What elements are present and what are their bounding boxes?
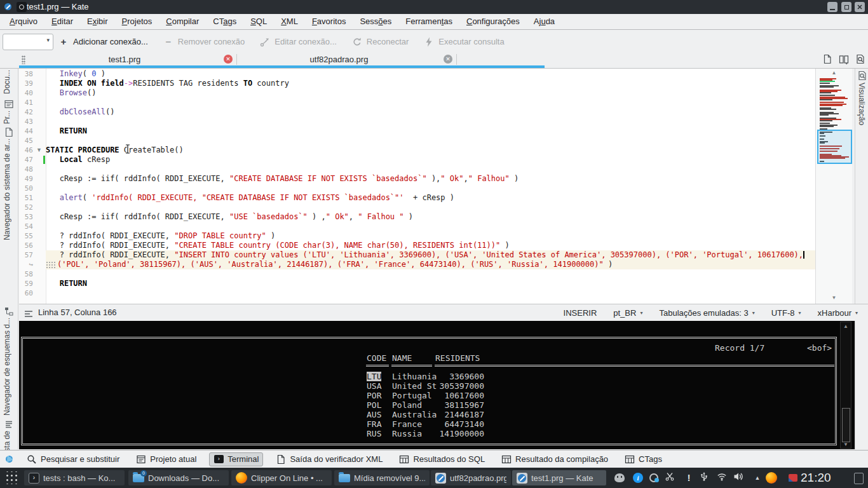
- toolview-button-projeto-atual[interactable]: Projeto atual: [132, 453, 200, 466]
- toolbar-button-label: Executar consulta: [438, 37, 504, 46]
- status-item-tabulacoes-emuladas-3[interactable]: Tabulações emuladas: 3▾: [659, 308, 754, 318]
- toolview-button-saida-do-verificador-xml[interactable]: Saída do verificador XML: [272, 453, 386, 466]
- menu-item-arquivo[interactable]: Arquivo: [3, 14, 44, 29]
- toolview-button-ctags[interactable]: CTags: [621, 453, 666, 466]
- new-document-icon[interactable]: [822, 54, 832, 64]
- menu-item-ferramentas[interactable]: Ferramentas: [398, 14, 459, 29]
- taskbar-task-clipper-on-line[interactable]: Clipper On Line • ...: [231, 470, 332, 485]
- application-launcher-icon[interactable]: [4, 471, 19, 484]
- tab-close-icon[interactable]: ✕: [444, 55, 452, 64]
- titlebar[interactable]: test1.prg — Kate: [0, 0, 868, 14]
- tray-wifi-icon[interactable]: [715, 471, 728, 484]
- terminal-panel[interactable]: Record 1/7 <bof> CODENAMERESIDENTS LTULi…: [19, 321, 855, 449]
- status-item-pt-br[interactable]: pt_BR▾: [613, 308, 642, 318]
- menu-item-sessoes[interactable]: Sessões: [353, 14, 398, 29]
- line-indent-icon[interactable]: [24, 309, 33, 320]
- scroll-down-icon[interactable]: ▼: [841, 442, 851, 447]
- column-separator: [366, 365, 389, 369]
- tray-info-icon[interactable]: i: [632, 471, 644, 484]
- sidebar-tab-navegador-de-esquemas-d[interactable]: Navegador de esquemas d...: [3, 318, 11, 416]
- taskbar-task-utf82padrao-prg[interactable]: utf82padrao.prg ...: [431, 470, 511, 485]
- menu-item-projetos[interactable]: Projetos: [115, 14, 159, 29]
- tray-usb-icon[interactable]: [698, 471, 710, 484]
- line-number: 59: [19, 279, 33, 288]
- sidebar-tab-pr[interactable]: Pr...: [3, 111, 11, 124]
- taskbar-task-tests-bash-ko[interactable]: ›tests : bash — Ko...: [24, 470, 125, 485]
- browse-cell-code: FRA: [367, 419, 381, 429]
- tray-firefox-icon[interactable]: [765, 471, 778, 484]
- project-icon: [136, 454, 146, 464]
- toolview-button-resultados-do-sql[interactable]: Resultados do SQL: [395, 453, 489, 466]
- menu-item-editar[interactable]: Editar: [44, 14, 80, 29]
- menu-item-ajuda[interactable]: Ajuda: [527, 14, 562, 29]
- code-text: Browse(): [46, 88, 97, 98]
- line-number: 49: [19, 174, 33, 184]
- terminal-icon: ›: [214, 454, 224, 464]
- scroll-up-icon[interactable]: ▲: [816, 70, 852, 76]
- toolview-button-pesquisar-e-substituir[interactable]: Pesquisar e substituir: [23, 453, 123, 466]
- editor-minimap-scrollbar[interactable]: ▲ ▼: [815, 69, 852, 304]
- scroll-down-icon[interactable]: ▼: [816, 295, 852, 301]
- close-button[interactable]: [855, 2, 865, 12]
- tab-close-icon[interactable]: ✕: [224, 55, 233, 64]
- sidebar-tab-navegador-do-sistema-de-ar[interactable]: Navegador do sistema de ar...: [3, 139, 11, 240]
- document-preview-icon[interactable]: [855, 54, 865, 64]
- tray-volume-icon[interactable]: [732, 471, 745, 484]
- taskbar-task-midia-removivel-9[interactable]: Mídia removível 9...: [334, 470, 430, 485]
- tray-expand-arrow-icon[interactable]: ▲: [751, 471, 764, 484]
- toolbar-button-adicionar-conexao[interactable]: +Adicionar conexão...: [58, 37, 148, 47]
- browse-cell-residents: 10617600: [432, 391, 484, 400]
- tab-test1-prg[interactable]: test1.prg✕: [28, 53, 236, 66]
- connection-combobox[interactable]: ▾: [3, 34, 53, 50]
- menu-item-exibir[interactable]: Exibir: [80, 14, 115, 29]
- taskbar-task-test1-prg-kate[interactable]: test1.prg — Kate: [512, 470, 606, 485]
- status-item-inserir[interactable]: INSERIR: [564, 308, 597, 318]
- toolbar-button-executar-consulta[interactable]: Executar consulta: [424, 37, 504, 47]
- sidebar-tab-visualizacao[interactable]: Visualização: [857, 83, 866, 125]
- tray-update-icon[interactable]: [648, 471, 660, 484]
- toolview-button-resultado-da-compilacao[interactable]: Resultado da compilação: [498, 453, 612, 466]
- minimize-button[interactable]: [827, 2, 837, 12]
- cursor-position[interactable]: Linha 57, Coluna 166: [38, 304, 117, 321]
- tray-scissors-icon[interactable]: [663, 471, 676, 484]
- toolbar-button-remover-conexao[interactable]: −Remover conexão: [163, 37, 245, 47]
- tray-gimp-icon[interactable]: [613, 471, 626, 484]
- clock[interactable]: 21:20: [801, 469, 846, 487]
- minimap-viewport[interactable]: [817, 130, 852, 164]
- toolbar-button-editar-conexao[interactable]: Editar conexão...: [260, 37, 337, 47]
- tabbar-handle-icon[interactable]: [22, 55, 25, 64]
- toolview-button-row: Pesquisar e substituirProjeto atual›Term…: [0, 450, 868, 468]
- minimap-line: [820, 83, 830, 84]
- code-text: cResp := iif( rddInfo( RDDI_EXECUTE, "CR…: [46, 174, 519, 184]
- menu-item-sql[interactable]: SQL: [243, 14, 274, 29]
- status-item-utf-8[interactable]: UTF-8▾: [771, 308, 801, 318]
- tray-alert-icon[interactable]: !: [682, 471, 695, 484]
- sidebar-tab-docu[interactable]: Docu...: [3, 70, 11, 94]
- toolbar-button-reconectar[interactable]: Reconectar: [352, 37, 409, 47]
- terminal-scrollbar[interactable]: ▲ ▼: [840, 322, 851, 449]
- line-number: 52: [19, 203, 33, 212]
- tab-utf82padrao-prg[interactable]: utf82padrao.prg✕: [237, 53, 456, 66]
- status-item-label: Tabulações emuladas: 3: [659, 308, 748, 318]
- menu-item-xml[interactable]: XML: [274, 14, 305, 29]
- tray-red-indicator-icon[interactable]: [787, 471, 799, 484]
- menu-item-ctags[interactable]: CTags: [206, 14, 243, 29]
- toolview-button-label: Resultados do SQL: [413, 454, 485, 464]
- scrollbar-thumb[interactable]: [842, 408, 850, 442]
- line-number: 47: [19, 155, 33, 165]
- scroll-up-icon[interactable]: ▲: [841, 323, 851, 329]
- code-editor[interactable]: 38 Inkey( 0 )39 INDEX ON field->RESIDENT…: [19, 69, 815, 304]
- plus-icon: +: [58, 37, 69, 47]
- show-desktop-widget[interactable]: [854, 473, 864, 484]
- browse-cell-name: United St: [392, 381, 437, 391]
- taskbar-task-downloads-do[interactable]: 0Downloads — Do...: [128, 470, 229, 485]
- fold-marker-icon[interactable]: ▼: [36, 146, 42, 155]
- menu-item-compilar[interactable]: Compilar: [159, 14, 206, 29]
- app-icon: [17, 2, 27, 12]
- status-item-xharbour[interactable]: xHarbour▾: [818, 308, 858, 318]
- menu-item-favoritos[interactable]: Favoritos: [305, 14, 353, 29]
- split-view-icon[interactable]: [839, 54, 849, 64]
- maximize-button[interactable]: [841, 2, 851, 12]
- menu-item-configuracoes[interactable]: Configurações: [459, 14, 527, 29]
- toolview-button-terminal[interactable]: ›Terminal: [209, 452, 263, 466]
